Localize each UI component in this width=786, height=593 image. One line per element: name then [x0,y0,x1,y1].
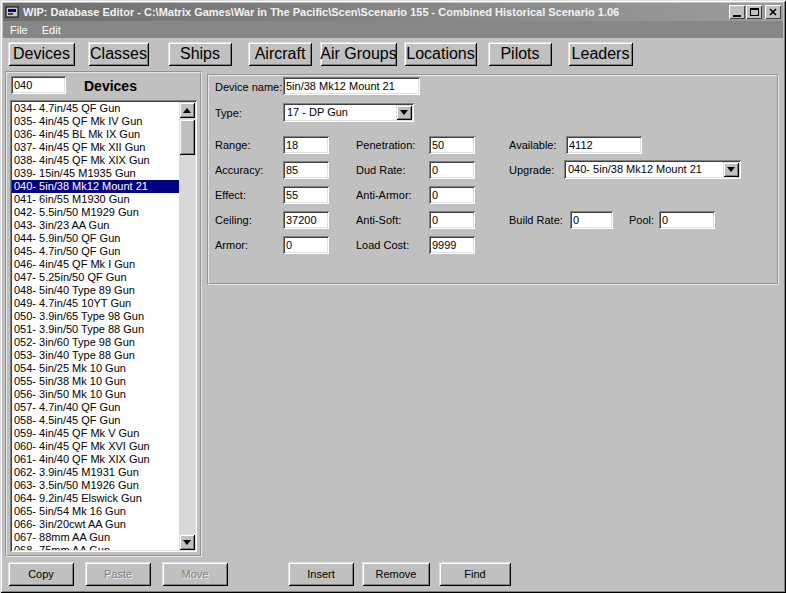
menu-file[interactable]: File [10,24,28,36]
insert-button[interactable]: Insert [288,562,354,586]
triangle-down-icon [183,540,191,545]
device-name-label: Device name: [215,81,282,93]
device-list-item[interactable]: 060- 4in/45 QF Mk XVI Gun [12,440,179,453]
triangle-up-icon [183,108,191,113]
find-button[interactable]: Find [439,562,511,586]
upgrade-value: 040- 5in/38 Mk12 Mount 21 [568,163,723,175]
device-list-item[interactable]: 041- 6in/55 M1930 Gun [12,193,179,206]
device-list-item[interactable]: 057- 4.7in/40 QF Gun [12,401,179,414]
move-button[interactable]: Move [162,562,228,586]
load-cost-label: Load Cost: [356,239,409,251]
device-list-item[interactable]: 063- 3.5in/50 M1926 Gun [12,479,179,492]
device-list-item[interactable]: 048- 5in/40 Type 89 Gun [12,284,179,297]
device-list-item[interactable]: 035- 4in/45 QF Mk IV Gun [12,115,179,128]
device-list-item[interactable]: 061- 4in/40 QF Mk XIX Gun [12,453,179,466]
device-filter-input[interactable] [11,76,66,94]
title-bar[interactable]: WIP: Database Editor - C:\Matrix Games\W… [3,3,783,21]
device-list-item[interactable]: 042- 5.5in/50 M1929 Gun [12,206,179,219]
paste-button[interactable]: Paste [85,562,151,586]
close-button[interactable] [765,5,781,19]
device-list-item[interactable]: 055- 5in/38 Mk 10 Gun [12,375,179,388]
build-rate-input[interactable] [570,211,613,229]
accuracy-input[interactable] [283,161,329,179]
minimize-button[interactable] [729,5,745,19]
upgrade-select[interactable]: 040- 5in/38 Mk12 Mount 21 [564,160,741,179]
maximize-icon [750,8,759,16]
chevron-down-icon [727,167,735,172]
device-list-item[interactable]: 067- 88mm AA Gun [12,531,179,544]
tab-pilots[interactable]: Pilots [488,42,552,66]
load-cost-input[interactable] [429,236,475,254]
device-list-item[interactable]: 036- 4in/45 BL Mk IX Gun [12,128,179,141]
effect-label: Effect: [215,189,246,201]
maximize-button[interactable] [746,5,762,19]
type-dropdown-button[interactable] [396,105,412,120]
tab-ships[interactable]: Ships [168,42,232,66]
tab-aircraft[interactable]: Aircraft [248,42,312,66]
upgrade-dropdown-button[interactable] [723,162,739,177]
device-list-item[interactable]: 068- 75mm AA Gun [12,544,179,550]
device-list-item[interactable]: 050- 3.9in/65 Type 98 Gun [12,310,179,323]
devices-heading: Devices [84,78,137,94]
type-value: 17 - DP Gun [287,106,396,118]
available-input[interactable] [566,136,642,154]
device-list-item[interactable]: 054- 5in/25 Mk 10 Gun [12,362,179,375]
device-list-rows: 034- 4.7in/45 QF Gun035- 4in/45 QF Mk IV… [12,102,179,550]
type-select[interactable]: 17 - DP Gun [283,103,414,122]
anti-armor-label: Anti-Armor: [356,189,412,201]
effect-input[interactable] [283,186,329,204]
device-list-item[interactable]: 056- 3in/50 Mk 10 Gun [12,388,179,401]
tab-air-groups[interactable]: Air Groups [320,42,397,66]
scrollbar-down-button[interactable] [179,534,195,550]
tab-leaders[interactable]: Leaders [568,42,633,66]
scrollbar-thumb[interactable] [179,119,195,155]
anti-soft-label: Anti-Soft: [356,214,401,226]
penetration-input[interactable] [429,136,475,154]
range-input[interactable] [283,136,329,154]
device-list-item[interactable]: 046- 4in/45 QF Mk I Gun [12,258,179,271]
device-list-item[interactable]: 052- 3in/60 Type 98 Gun [12,336,179,349]
device-list-item[interactable]: 062- 3.9in/45 M1931 Gun [12,466,179,479]
device-list-item[interactable]: 053- 3in/40 Type 88 Gun [12,349,179,362]
upgrade-label: Upgrade: [509,164,554,176]
anti-armor-input[interactable] [429,186,475,204]
tab-locations[interactable]: Locations [404,42,477,66]
device-list-item[interactable]: 058- 4.5in/45 QF Gun [12,414,179,427]
device-list-item[interactable]: 065- 5in/54 Mk 16 Gun [12,505,179,518]
device-list-scrollbar[interactable] [179,102,195,550]
dud-rate-input[interactable] [429,161,475,179]
device-list-item[interactable]: 044- 5.9in/50 QF Gun [12,232,179,245]
device-list-item[interactable]: 049- 4.7in/45 10YT Gun [12,297,179,310]
range-label: Range: [215,139,250,151]
device-list-item[interactable]: 034- 4.7in/45 QF Gun [12,102,179,115]
device-list-item[interactable]: 059- 4in/45 QF Mk V Gun [12,427,179,440]
device-name-input[interactable] [283,77,420,95]
app-icon [5,5,19,19]
device-list-item[interactable]: 039- 15in/45 M1935 Gun [12,167,179,180]
armor-input[interactable] [283,236,329,254]
pool-input[interactable] [659,211,715,229]
device-list-item[interactable]: 043- 3in/23 AA Gun [12,219,179,232]
menu-edit[interactable]: Edit [42,24,61,36]
available-label: Available: [509,139,557,151]
tab-classes[interactable]: Classes [88,42,149,66]
device-list-item[interactable]: 038- 4in/45 QF Mk XIX Gun [12,154,179,167]
app-window: WIP: Database Editor - C:\Matrix Games\W… [0,0,786,593]
copy-button[interactable]: Copy [8,562,74,586]
dud-rate-label: Dud Rate: [356,164,406,176]
device-list-item[interactable]: 064- 9.2in/45 Elswick Gun [12,492,179,505]
device-list-item[interactable]: 047- 5.25in/50 QF Gun [12,271,179,284]
window-title: WIP: Database Editor - C:\Matrix Games\W… [23,6,728,18]
build-rate-label: Build Rate: [509,214,563,226]
device-list-item[interactable]: 066- 3in/20cwt AA Gun [12,518,179,531]
device-list-item[interactable]: 045- 4.7in/50 QF Gun [12,245,179,258]
ceiling-input[interactable] [283,211,329,229]
device-list-item[interactable]: 037- 4in/45 QF Mk XII Gun [12,141,179,154]
remove-button[interactable]: Remove [362,562,430,586]
anti-soft-input[interactable] [429,211,475,229]
minimize-icon [733,15,741,17]
scrollbar-up-button[interactable] [179,102,195,118]
device-list-item[interactable]: 051- 3.9in/50 Type 88 Gun [12,323,179,336]
tab-devices[interactable]: Devices [8,42,75,66]
device-list-item[interactable]: 040- 5in/38 Mk12 Mount 21 [12,180,179,193]
